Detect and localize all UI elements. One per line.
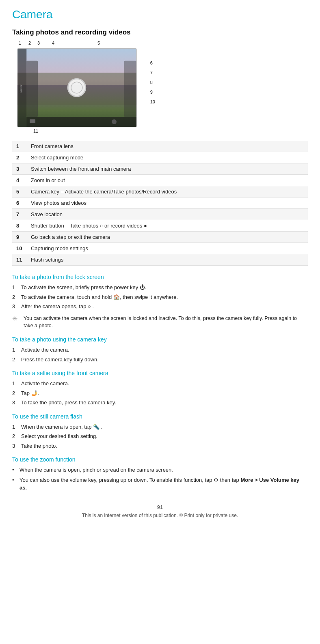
- svg-rect-11: [30, 119, 35, 123]
- bullet-dot: •: [12, 476, 16, 492]
- table-cell-num: 11: [12, 254, 27, 266]
- table-row: 8Shutter button – Take photos ○ or recor…: [12, 220, 308, 232]
- section-selfie: To take a selfie using the front camera1…: [12, 370, 308, 407]
- table-cell-num: 9: [12, 232, 27, 243]
- diagram-label-3: 3: [37, 41, 40, 45]
- step-text: Activate the camera.: [21, 380, 69, 388]
- table-cell-num: 2: [12, 152, 27, 163]
- section-lock_screen: To take a photo from the lock screen1To …: [12, 274, 308, 330]
- table-row: 10Capturing mode settings: [12, 243, 308, 254]
- step-item: 1To activate the screen, briefly press t…: [12, 283, 308, 292]
- table-cell-desc: View photos and videos: [27, 197, 308, 209]
- table-cell-desc: Camera key – Activate the camera/Take ph…: [27, 186, 308, 197]
- svg-point-10: [112, 119, 117, 124]
- table-row: 3Switch between the front and main camer…: [12, 163, 308, 175]
- camera-image: SONY: [17, 48, 137, 127]
- subsection-title-selfie: To take a selfie using the front camera: [12, 370, 308, 376]
- page-title: Camera: [12, 8, 308, 21]
- tip-icon: ✳: [12, 314, 20, 330]
- section-flash: To use the still camera flash1When the c…: [12, 413, 308, 450]
- section-title: Taking photos and recording videos: [12, 28, 308, 36]
- diagram-label-9: 9: [150, 90, 155, 94]
- bullet-text: You can also use the volume key, pressin…: [19, 476, 308, 492]
- table-row: 9Go back a step or exit the camera: [12, 232, 308, 243]
- table-row: 1Front camera lens: [12, 141, 308, 152]
- table-cell-num: 1: [12, 141, 27, 152]
- table-cell-desc: Go back a step or exit the camera: [27, 232, 308, 243]
- step-number: 2: [12, 389, 18, 397]
- svg-rect-9: [26, 117, 136, 127]
- diagram-label-10: 10: [150, 99, 155, 104]
- step-number: 1: [12, 346, 18, 354]
- step-text: When the camera is open, tap 🔦 .: [21, 423, 102, 431]
- table-cell-desc: Switch between the front and main camera: [27, 163, 308, 175]
- step-text: Activate the camera.: [21, 346, 69, 354]
- svg-point-7: [71, 82, 82, 93]
- diagram-label-8: 8: [150, 80, 155, 85]
- table-row: 7Save location: [12, 209, 308, 220]
- diagram-label-6: 6: [150, 60, 155, 65]
- diagram-label-4: 4: [52, 41, 54, 45]
- bullet-item: •You can also use the volume key, pressi…: [12, 476, 308, 492]
- step-text: Tap 🤳.: [21, 389, 39, 397]
- diagram-label-7: 7: [150, 70, 155, 75]
- step-item: 1Activate the camera.: [12, 380, 308, 388]
- subsection-title-zoom: To use the zoom function: [12, 456, 308, 463]
- table-cell-desc: Save location: [27, 209, 308, 220]
- step-number: 2: [12, 432, 18, 440]
- table-row: 5Camera key – Activate the camera/Take p…: [12, 186, 308, 197]
- bullet-text: When the camera is open, pinch or spread…: [19, 466, 173, 474]
- step-text: After the camera opens, tap ○ .: [21, 303, 94, 311]
- bullet-dot: •: [12, 466, 16, 474]
- footer-text: This is an internet version of this publ…: [12, 513, 308, 518]
- svg-rect-5: [26, 61, 38, 117]
- step-item: 3Take the photo.: [12, 442, 308, 450]
- step-number: 3: [12, 442, 18, 450]
- step-text: Press the camera key fully down.: [21, 356, 99, 364]
- table-cell-desc: Select capturing mode: [27, 152, 308, 163]
- table-cell-num: 3: [12, 163, 27, 175]
- subsection-title-flash: To use the still camera flash: [12, 413, 308, 420]
- step-text: To activate the screen, briefly press th…: [21, 283, 147, 292]
- step-text: To take the photo, press the camera key.: [21, 399, 116, 407]
- footer: 91 This is an internet version of this p…: [12, 504, 308, 518]
- bullet-item: •When the camera is open, pinch or sprea…: [12, 466, 308, 474]
- diagram-label-2: 2: [28, 41, 31, 45]
- tip-text: You can activate the camera when the scr…: [24, 315, 308, 330]
- table-cell-num: 6: [12, 197, 27, 209]
- table-cell-num: 5: [12, 186, 27, 197]
- step-number: 2: [12, 356, 18, 364]
- subsection-title-lock_screen: To take a photo from the lock screen: [12, 274, 308, 280]
- table-cell-num: 10: [12, 243, 27, 254]
- step-item: 3After the camera opens, tap ○ .: [12, 303, 308, 311]
- diagram-label-11: 11: [33, 129, 144, 133]
- camera-diagram: 1 2 3 4 5: [12, 41, 308, 133]
- table-cell-num: 7: [12, 209, 27, 220]
- subsection-title-camera_key: To take a photo using the camera key: [12, 336, 308, 343]
- table-cell-desc: Zoom in or out: [27, 175, 308, 186]
- table-cell-desc: Flash settings: [27, 254, 308, 266]
- step-text: To activate the camera, touch and hold 🏠…: [21, 293, 178, 301]
- table-row: 6View photos and videos: [12, 197, 308, 209]
- step-item: 1When the camera is open, tap 🔦 .: [12, 423, 308, 431]
- table-row: 2Select capturing mode: [12, 152, 308, 163]
- step-number: 1: [12, 423, 18, 431]
- svg-text:SONY: SONY: [19, 84, 23, 93]
- table-cell-num: 4: [12, 175, 27, 186]
- svg-rect-8: [124, 61, 136, 117]
- step-item: 3To take the photo, press the camera key…: [12, 399, 308, 407]
- step-text: Take the photo.: [21, 442, 57, 450]
- step-item: 2To activate the camera, touch and hold …: [12, 293, 308, 301]
- table-cell-desc: Front camera lens: [27, 141, 308, 152]
- table-cell-desc: Shutter button – Take photos ○ or record…: [27, 220, 308, 232]
- step-item: 2Select your desired flash setting.: [12, 432, 308, 440]
- page-number: 91: [12, 504, 308, 510]
- table-cell-num: 8: [12, 220, 27, 232]
- step-number: 1: [12, 283, 18, 292]
- step-number: 1: [12, 380, 18, 388]
- step-item: 2Press the camera key fully down.: [12, 356, 308, 364]
- step-item: 1Activate the camera.: [12, 346, 308, 354]
- step-number: 3: [12, 303, 18, 311]
- table-row: 4Zoom in or out: [12, 175, 308, 186]
- section-zoom: To use the zoom function•When the camera…: [12, 456, 308, 492]
